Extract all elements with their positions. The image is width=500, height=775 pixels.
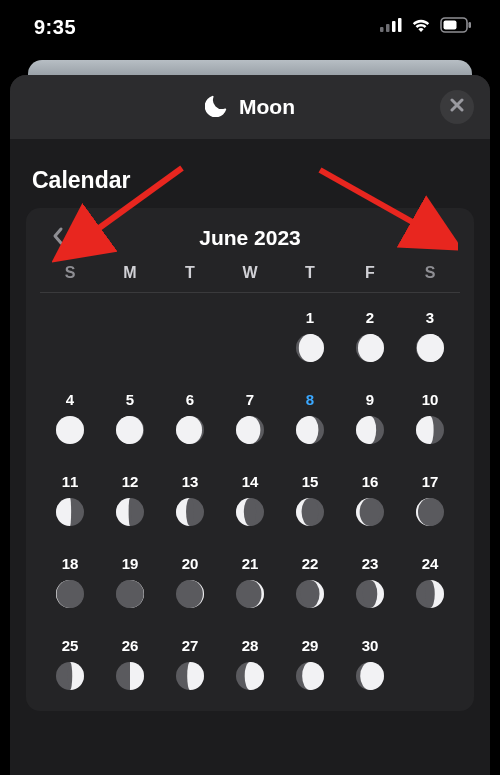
calendar-day[interactable]: 1 <box>280 309 340 367</box>
day-number: 24 <box>422 555 439 572</box>
calendar-day[interactable]: 4 <box>40 391 100 449</box>
day-number: 9 <box>366 391 374 408</box>
moon-phase-icon <box>56 580 84 608</box>
svg-rect-1 <box>386 24 390 32</box>
calendar-day[interactable]: 16 <box>340 473 400 531</box>
moon-sheet: Moon Calendar June 2023 S <box>10 75 490 775</box>
day-number: 1 <box>306 309 314 326</box>
svg-point-63 <box>302 662 318 690</box>
calendar-day[interactable]: 26 <box>100 637 160 695</box>
svg-point-34 <box>244 498 256 526</box>
calendar-day[interactable]: 10 <box>400 391 460 449</box>
svg-point-56 <box>68 662 72 690</box>
svg-point-59 <box>187 662 193 690</box>
next-month-button[interactable] <box>428 224 456 252</box>
close-button[interactable] <box>440 90 474 124</box>
calendar-day[interactable]: 17 <box>400 473 460 531</box>
moon-phase-icon <box>296 334 324 362</box>
calendar-day[interactable]: 24 <box>400 555 460 613</box>
moon-phase-icon <box>236 416 264 444</box>
calendar-day[interactable]: 9 <box>340 391 400 449</box>
moon-phase-icon <box>176 580 204 608</box>
day-number: 26 <box>122 637 139 654</box>
svg-point-14 <box>56 416 84 444</box>
calendar-day[interactable]: 3 <box>400 309 460 367</box>
day-number: 6 <box>186 391 194 408</box>
svg-point-40 <box>418 498 442 526</box>
calendar-day[interactable]: 8 <box>280 391 340 449</box>
moon-phase-icon <box>296 498 324 526</box>
day-number: 27 <box>182 637 199 654</box>
svg-point-16 <box>117 416 143 444</box>
moon-phase-icon <box>236 498 264 526</box>
moon-phase-icon <box>356 334 384 362</box>
svg-point-36 <box>302 498 319 526</box>
day-of-week-label: T <box>160 264 220 282</box>
calendar-day[interactable]: 19 <box>100 555 160 613</box>
day-of-week-label: T <box>280 264 340 282</box>
day-of-week-label: W <box>220 264 280 282</box>
day-number: 4 <box>66 391 74 408</box>
moon-phase-icon <box>296 416 324 444</box>
calendar-day[interactable]: 22 <box>280 555 340 613</box>
calendar-day[interactable]: 6 <box>160 391 220 449</box>
moon-phase-icon <box>176 662 204 690</box>
prev-month-button[interactable] <box>44 224 72 252</box>
moon-phase-icon <box>416 334 444 362</box>
svg-rect-5 <box>444 21 457 30</box>
moon-phase-icon <box>236 662 264 690</box>
calendar-day[interactable]: 29 <box>280 637 340 695</box>
day-number: 14 <box>242 473 259 490</box>
moon-icon <box>205 93 229 121</box>
day-number: 29 <box>302 637 319 654</box>
day-number: 5 <box>126 391 134 408</box>
day-number: 28 <box>242 637 259 654</box>
chevron-left-icon <box>51 226 65 250</box>
calendar-day[interactable]: 13 <box>160 473 220 531</box>
calendar-day[interactable]: 27 <box>160 637 220 695</box>
day-number: 18 <box>62 555 79 572</box>
day-number: 8 <box>306 391 314 408</box>
moon-phase-icon <box>416 580 444 608</box>
svg-point-12 <box>417 334 443 362</box>
close-icon <box>450 98 464 116</box>
day-number: 7 <box>246 391 254 408</box>
svg-point-22 <box>302 416 319 444</box>
battery-icon <box>440 17 472 37</box>
month-label: June 2023 <box>72 226 428 250</box>
day-number: 30 <box>362 637 379 654</box>
day-number: 19 <box>122 555 139 572</box>
calendar-day[interactable]: 30 <box>340 637 400 695</box>
calendar-day[interactable]: 2 <box>340 309 400 367</box>
svg-point-28 <box>69 498 71 526</box>
calendar-day[interactable]: 7 <box>220 391 280 449</box>
moon-phase-icon <box>236 580 264 608</box>
calendar-card: June 2023 SMTWTFS 1234567891011121314151… <box>26 208 474 711</box>
calendar-day[interactable]: 23 <box>340 555 400 613</box>
svg-point-46 <box>177 580 203 608</box>
calendar-day[interactable]: 28 <box>220 637 280 695</box>
svg-point-61 <box>245 662 256 690</box>
calendar-day[interactable]: 20 <box>160 555 220 613</box>
calendar-day[interactable]: 5 <box>100 391 160 449</box>
moon-phase-icon <box>296 580 324 608</box>
moon-phase-icon <box>356 580 384 608</box>
calendar-grid: 1234567891011121314151617181920212223242… <box>40 293 460 695</box>
svg-point-38 <box>360 498 381 526</box>
calendar-empty-cell <box>160 309 220 367</box>
calendar-day[interactable]: 18 <box>40 555 100 613</box>
day-number: 10 <box>422 391 439 408</box>
calendar-day[interactable]: 14 <box>220 473 280 531</box>
calendar-empty-cell <box>40 309 100 367</box>
moon-phase-icon <box>356 662 384 690</box>
calendar-day[interactable]: 15 <box>280 473 340 531</box>
svg-point-10 <box>358 334 382 362</box>
calendar-day[interactable]: 25 <box>40 637 100 695</box>
calendar-day[interactable]: 21 <box>220 555 280 613</box>
calendar-day[interactable]: 11 <box>40 473 100 531</box>
svg-rect-3 <box>398 18 402 32</box>
calendar-day[interactable]: 12 <box>100 473 160 531</box>
day-of-week-label: F <box>340 264 400 282</box>
calendar-empty-cell <box>220 309 280 367</box>
moon-phase-icon <box>56 416 84 444</box>
